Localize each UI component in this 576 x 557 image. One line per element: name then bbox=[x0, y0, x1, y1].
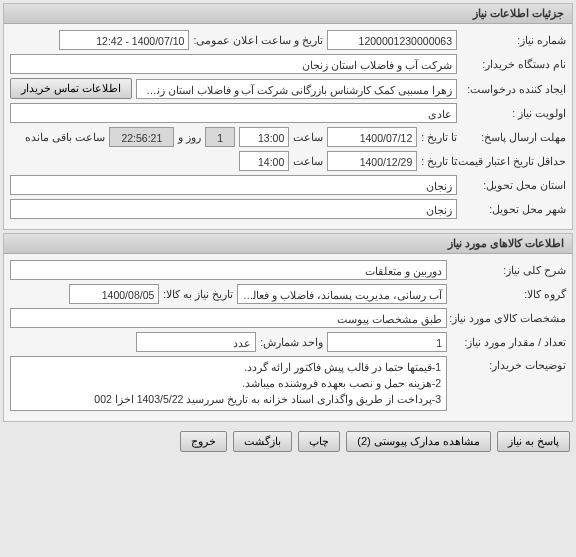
attachments-button[interactable]: مشاهده مدارک پیوستی (2) bbox=[346, 431, 491, 452]
exit-button[interactable]: خروج bbox=[180, 431, 227, 452]
saat-label-2: ساعت bbox=[293, 155, 323, 167]
credit-time-field: 14:00 bbox=[239, 151, 289, 171]
buyer-notes-line: 3-پرداخت از طریق واگذاری اسناد خزانه به … bbox=[16, 392, 441, 408]
buyer-notes-line: 1-قیمتها حتما در قالب پیش فاکتور ارائه گ… bbox=[16, 360, 441, 376]
goods-panel: اطلاعات کالاهای مورد نیاز شرح کلی نیاز: … bbox=[3, 233, 573, 422]
qty-label: تعداد / مقدار مورد نیاز: bbox=[451, 336, 566, 348]
ostan-field: زنجان bbox=[10, 175, 457, 195]
buyer-notes-field: 1-قیمتها حتما در قالب پیش فاکتور ارائه گ… bbox=[10, 356, 447, 411]
pub-date-label: تاریخ و ساعت اعلان عمومی: bbox=[193, 34, 323, 46]
buyer-notes-label: توضیحات خریدار: bbox=[451, 356, 566, 371]
spec-label: مشخصات کالای مورد نیاز: bbox=[451, 312, 566, 324]
credit-date-field: 1400/12/29 bbox=[327, 151, 417, 171]
need-to-date-label: تاریخ نیاز به کالا: bbox=[163, 288, 233, 300]
creator-label: ایجاد کننده درخواست: bbox=[461, 83, 566, 95]
niaz-number-field: 1200001230000063 bbox=[327, 30, 457, 50]
to-date-label-2: تا تاریخ : bbox=[421, 155, 457, 167]
spec-field: طبق مشخصات پیوست bbox=[10, 308, 447, 328]
print-button[interactable]: چاپ bbox=[298, 431, 340, 452]
need-details-panel: جزئیات اطلاعات نیاز شماره نیاز: 12000012… bbox=[3, 3, 573, 230]
priority-field: عادی bbox=[10, 103, 457, 123]
unit-field: عدد bbox=[136, 332, 256, 352]
priority-label: اولویت نیاز : bbox=[461, 107, 566, 119]
min-credit-label: حداقل تاریخ اعتبار قیمت: bbox=[461, 155, 566, 167]
deadline-time-field: 13:00 bbox=[239, 127, 289, 147]
gen-desc-label: شرح کلی نیاز: bbox=[451, 264, 566, 276]
remain-time-label: ساعت باقی مانده bbox=[25, 131, 105, 143]
gen-desc-field: دوربین و متعلقات bbox=[10, 260, 447, 280]
ostan-label: استان محل تحویل: bbox=[461, 179, 566, 191]
back-button[interactable]: بازگشت bbox=[233, 431, 292, 452]
buyer-name-field: شرکت آب و فاضلاب استان زنجان bbox=[10, 54, 457, 74]
goods-header: اطلاعات کالاهای مورد نیاز bbox=[4, 234, 572, 254]
need-details-header: جزئیات اطلاعات نیاز bbox=[4, 4, 572, 24]
group-field: آب رسانی، مدیریت پسماند، فاضلاب و فعالیت… bbox=[237, 284, 447, 304]
to-date-label: تا تاریخ : bbox=[421, 131, 457, 143]
creator-field: زهرا مسببی کمک کارشناس بازرگانی شرکت آب … bbox=[136, 79, 457, 99]
saat-label-1: ساعت bbox=[293, 131, 323, 143]
niaz-number-label: شماره نیاز: bbox=[461, 34, 566, 46]
pub-date-field: 1400/07/10 - 12:42 bbox=[59, 30, 189, 50]
deadline-date-field: 1400/07/12 bbox=[327, 127, 417, 147]
reply-button[interactable]: پاسخ به نیاز bbox=[497, 431, 570, 452]
remain-time-field: 22:56:21 bbox=[109, 127, 174, 147]
unit-label: واحد شمارش: bbox=[260, 336, 323, 348]
action-bar: پاسخ به نیاز مشاهده مدارک پیوستی (2) چاپ… bbox=[0, 425, 576, 458]
shahr-field: زنجان bbox=[10, 199, 457, 219]
qty-field: 1 bbox=[327, 332, 447, 352]
need-to-date-field: 1400/08/05 bbox=[69, 284, 159, 304]
buyer-contact-button[interactable]: اطلاعات تماس خریدار bbox=[10, 78, 132, 99]
shahr-label: شهر محل تحویل: bbox=[461, 203, 566, 215]
buyer-name-label: نام دستگاه خریدار: bbox=[461, 58, 566, 70]
group-label: گروه کالا: bbox=[451, 288, 566, 300]
buyer-notes-line: 2-هزینه حمل و نصب بعهده فروشنده میباشد. bbox=[16, 376, 441, 392]
remain-days-field: 1 bbox=[205, 127, 235, 147]
remain-days-label: روز و bbox=[178, 131, 201, 143]
deadline-label: مهلت ارسال پاسخ: bbox=[461, 131, 566, 143]
